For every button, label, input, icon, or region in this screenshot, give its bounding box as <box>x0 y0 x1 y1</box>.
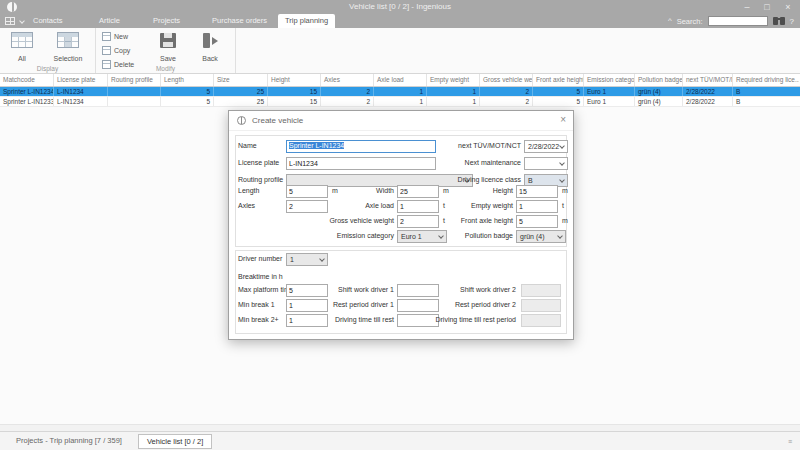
cell-height: 15 <box>268 97 321 106</box>
tab-projects[interactable]: Projects <box>146 14 187 28</box>
table-selection-icon <box>57 32 79 48</box>
next-maintenance-combo[interactable] <box>524 157 568 170</box>
tab-purchase-orders[interactable]: Purchase orders <box>205 14 274 28</box>
front-axle-height-label: Front axle height <box>403 217 513 224</box>
table-row[interactable]: Sprinter L-IN1234 L-IN1234 5 25 15 2 1 1… <box>0 87 800 97</box>
driver-number-value: 1 <box>290 256 294 263</box>
binoculars-icon[interactable] <box>773 17 778 25</box>
driving-licence-class-value: B <box>528 177 533 184</box>
horizontal-scrollbar[interactable] <box>0 424 800 431</box>
column-header-next-tuv[interactable]: next TÜV/MOT/NCT <box>683 74 733 86</box>
doc-tab-vehicle-list[interactable]: Vehicle list [0 / 2] <box>138 434 212 449</box>
cell-license-plate: L-IN1234 <box>54 97 108 106</box>
dialog-close-icon[interactable]: × <box>560 114 566 125</box>
cell-next-tuv: 2/28/2022 <box>683 87 733 96</box>
shift-work-driver-2-input <box>521 284 561 297</box>
min-break-2plus-label: Min break 2+ <box>238 316 279 323</box>
chevron-down-icon <box>557 233 563 239</box>
maximize-button[interactable]: □ <box>758 1 776 13</box>
minimize-button[interactable]: – <box>738 1 756 13</box>
name-label: Name <box>238 142 257 149</box>
cell-pollution-badge: grün (4) <box>635 87 683 96</box>
column-header-license-plate[interactable]: License plate <box>54 74 108 86</box>
search-area: ^ Search: ? <box>668 15 796 27</box>
column-header-pollution-badge[interactable]: Pollution badge <box>635 74 683 86</box>
pollution-badge-combo[interactable]: grün (4) <box>516 230 566 243</box>
app-menu-button[interactable] <box>5 16 25 27</box>
column-header-axles[interactable]: Axles <box>321 74 374 86</box>
search-input[interactable] <box>708 16 768 26</box>
column-header-height[interactable]: Height <box>268 74 321 86</box>
group-label-display: Display <box>0 65 95 72</box>
cell-length: 5 <box>161 97 214 106</box>
new-button-label: New <box>114 33 128 40</box>
column-header-gross-vehicle-weight[interactable]: Gross vehicle weight <box>480 74 533 86</box>
tab-trip-planning[interactable]: Trip planning <box>278 14 335 28</box>
driving-time-till-rest-label: Driving time till rest <box>284 316 394 323</box>
back-button[interactable]: Back <box>192 30 228 62</box>
breaktime-heading: Breaktime in h <box>238 273 283 280</box>
new-icon <box>102 32 111 41</box>
column-header-length[interactable]: Length <box>161 74 214 86</box>
help-icon[interactable]: ? <box>790 17 796 26</box>
copy-icon <box>102 46 111 55</box>
column-header-required-driving-licence[interactable]: Required driving lice... <box>733 74 799 86</box>
cell-gross-vehicle-weight: 2 <box>480 87 533 96</box>
cell-empty-weight: 1 <box>427 87 480 96</box>
all-button-label: All <box>4 55 40 62</box>
cell-size: 25 <box>214 97 268 106</box>
front-axle-height-input[interactable] <box>516 215 558 228</box>
cell-matchcode: Sprinter L-IN1234 <box>0 87 54 96</box>
column-header-matchcode[interactable]: Matchcode <box>0 74 54 86</box>
document-tab-bar: Projects - Trip planning [7 / 359] Vehic… <box>0 431 800 450</box>
empty-weight-input[interactable] <box>516 200 558 213</box>
length-label: Length <box>238 187 259 194</box>
window-close-button[interactable]: × <box>779 1 797 13</box>
shift-work-driver-2-label: Shift work driver 2 <box>404 286 516 293</box>
cell-required-driving-licence: B <box>733 97 799 106</box>
selection-button-label: Selection <box>42 55 94 62</box>
grid-header-row: Matchcode License plate Routing profile … <box>0 74 800 87</box>
selection-button[interactable]: Selection <box>42 30 94 62</box>
cell-license-plate: L-IN1234 <box>54 87 108 96</box>
doc-tab-projects-trip-planning[interactable]: Projects - Trip planning [7 / 359] <box>8 434 130 449</box>
cell-size: 25 <box>214 87 268 96</box>
ribbon-group-modify: New Copy Delete Save Back Modify <box>96 28 236 73</box>
new-button[interactable]: New <box>102 30 128 43</box>
height-unit: m <box>562 187 568 194</box>
cell-front-axle-height: 5 <box>533 97 584 106</box>
save-button[interactable]: Save <box>150 30 186 62</box>
ribbon-group-display: All Selection Display <box>0 28 96 73</box>
shift-work-driver-1-label: Shift work driver 1 <box>284 286 394 293</box>
driving-time-till-rest-period-input <box>521 314 561 327</box>
cell-height: 15 <box>268 87 321 96</box>
column-header-emission-category[interactable]: Emission category <box>584 74 635 86</box>
all-button[interactable]: All <box>4 30 40 62</box>
chevron-down-icon <box>559 160 565 166</box>
table-row[interactable]: Sprinter L-IN1233 L-IN1234 5 25 15 2 1 1… <box>0 97 800 107</box>
tab-overflow-icon[interactable]: ≡ <box>788 438 792 445</box>
next-tuv-combo[interactable]: 2/28/2022 <box>524 140 568 153</box>
height-input[interactable] <box>516 185 558 198</box>
cell-axle-load: 1 <box>374 97 427 106</box>
column-header-size[interactable]: Size <box>214 74 268 86</box>
routing-profile-label: Routing profile <box>238 176 283 183</box>
name-selected-text: Sprinter L-IN1234 <box>289 142 344 149</box>
cell-pollution-badge: grün (4) <box>635 97 683 106</box>
save-button-label: Save <box>150 55 186 62</box>
column-header-axle-load[interactable]: Axle load <box>374 74 427 86</box>
back-button-label: Back <box>192 55 228 62</box>
emission-category-label: Emission category <box>284 232 394 239</box>
driver-number-combo[interactable]: 1 <box>286 253 328 266</box>
column-header-empty-weight[interactable]: Empty weight <box>427 74 480 86</box>
vehicle-grid: Matchcode License plate Routing profile … <box>0 74 800 107</box>
rest-period-driver-2-label: Rest period driver 2 <box>404 301 516 308</box>
gross-vehicle-weight-label: Gross vehicle weight <box>284 217 394 224</box>
column-header-routing-profile[interactable]: Routing profile <box>108 74 161 86</box>
copy-button[interactable]: Copy <box>102 44 130 57</box>
column-header-front-axle-height[interactable]: Front axle height <box>533 74 584 86</box>
tab-contacts[interactable]: Contacts <box>26 14 70 28</box>
tab-article[interactable]: Article <box>92 14 127 28</box>
collapse-ribbon-icon[interactable]: ^ <box>668 16 672 26</box>
next-maintenance-label: Next maintenance <box>409 159 521 166</box>
